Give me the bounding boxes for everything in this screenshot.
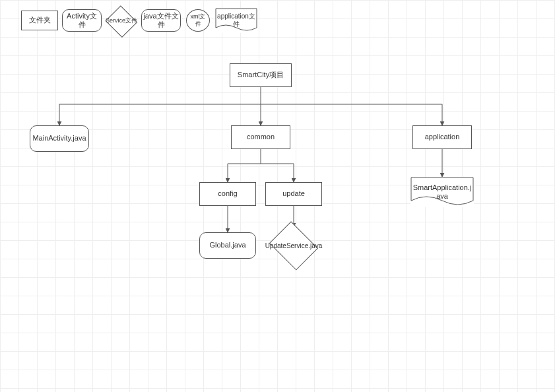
node-common-label: common <box>247 133 275 141</box>
node-root-label: SmartCity项目 <box>238 71 284 79</box>
legend-folder[interactable]: 文件夹 <box>21 11 58 30</box>
node-config[interactable]: config <box>199 182 256 206</box>
node-smart-application[interactable]: SmartApplication.java <box>410 177 474 207</box>
node-global-java[interactable]: Global.java <box>199 232 256 259</box>
node-update-service-label: UpdateService.java <box>265 242 323 249</box>
node-update-service[interactable]: UpdateService.java <box>267 224 320 267</box>
node-smart-application-label: SmartApplication.java <box>412 183 473 201</box>
legend-application-label: application文件 <box>216 13 256 28</box>
node-application-label: application <box>425 133 460 141</box>
legend-xml[interactable]: xml文件 <box>186 9 210 32</box>
legend-java[interactable]: java文件文件 <box>141 9 181 32</box>
node-main-activity-label: MainActivity.java <box>32 134 86 143</box>
legend-activity-label: Activity文件 <box>64 12 100 29</box>
node-global-java-label: Global.java <box>209 241 245 249</box>
legend-service[interactable]: Service文件 <box>106 7 137 36</box>
legend-activity[interactable]: Activity文件 <box>62 9 102 32</box>
legend-xml-label: xml文件 <box>188 13 208 28</box>
node-common[interactable]: common <box>231 125 290 149</box>
node-config-label: config <box>218 189 237 198</box>
node-update-label: update <box>282 189 305 198</box>
legend-folder-label: 文件夹 <box>29 16 51 24</box>
node-root[interactable]: SmartCity项目 <box>230 63 292 87</box>
node-update[interactable]: update <box>265 182 322 206</box>
node-application[interactable]: application <box>412 125 472 149</box>
legend-service-label: Service文件 <box>106 18 137 24</box>
node-main-activity[interactable]: MainActivity.java <box>30 125 89 152</box>
legend-java-label: java文件文件 <box>143 12 179 29</box>
legend-application[interactable]: application文件 <box>215 8 257 33</box>
